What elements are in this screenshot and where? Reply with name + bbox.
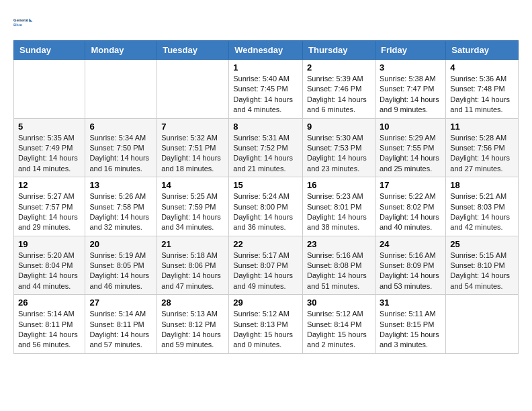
day-info: Sunrise: 5:28 AM Sunset: 7:56 PM Dayligh… bbox=[450, 133, 514, 175]
calendar-cell: 3Sunrise: 5:38 AM Sunset: 7:47 PM Daylig… bbox=[375, 60, 445, 119]
day-number: 23 bbox=[307, 239, 371, 249]
calendar-cell: 9Sunrise: 5:30 AM Sunset: 7:53 PM Daylig… bbox=[303, 118, 375, 177]
day-number: 10 bbox=[380, 122, 441, 132]
day-number: 14 bbox=[161, 180, 224, 190]
day-info: Sunrise: 5:16 AM Sunset: 8:09 PM Dayligh… bbox=[380, 250, 441, 292]
day-info: Sunrise: 5:19 AM Sunset: 8:05 PM Dayligh… bbox=[89, 250, 152, 292]
day-number: 3 bbox=[380, 62, 441, 73]
day-info: Sunrise: 5:21 AM Sunset: 8:03 PM Dayligh… bbox=[450, 191, 514, 233]
day-info: Sunrise: 5:14 AM Sunset: 8:11 PM Dayligh… bbox=[18, 309, 81, 351]
calendar-cell: 14Sunrise: 5:25 AM Sunset: 7:59 PM Dayli… bbox=[157, 177, 229, 236]
day-number: 20 bbox=[89, 239, 152, 249]
day-info: Sunrise: 5:35 AM Sunset: 7:49 PM Dayligh… bbox=[18, 133, 81, 175]
calendar-cell: 13Sunrise: 5:26 AM Sunset: 7:58 PM Dayli… bbox=[85, 177, 157, 236]
day-info: Sunrise: 5:16 AM Sunset: 8:08 PM Dayligh… bbox=[307, 250, 371, 292]
day-info: Sunrise: 5:12 AM Sunset: 8:14 PM Dayligh… bbox=[307, 309, 371, 351]
day-number: 19 bbox=[18, 239, 81, 249]
day-info: Sunrise: 5:11 AM Sunset: 8:15 PM Dayligh… bbox=[380, 309, 441, 351]
calendar-cell: 29Sunrise: 5:12 AM Sunset: 8:13 PM Dayli… bbox=[229, 295, 303, 354]
day-info: Sunrise: 5:23 AM Sunset: 8:01 PM Dayligh… bbox=[307, 191, 371, 233]
day-number: 28 bbox=[161, 298, 224, 308]
calendar-cell: 30Sunrise: 5:12 AM Sunset: 8:14 PM Dayli… bbox=[303, 295, 375, 354]
calendar-header-sunday: Sunday bbox=[14, 41, 85, 60]
calendar-cell: 18Sunrise: 5:21 AM Sunset: 8:03 PM Dayli… bbox=[446, 177, 519, 236]
calendar-cell: 20Sunrise: 5:19 AM Sunset: 8:05 PM Dayli… bbox=[85, 236, 157, 295]
calendar-table: SundayMondayTuesdayWednesdayThursdayFrid… bbox=[13, 40, 519, 354]
day-number: 18 bbox=[450, 180, 514, 190]
calendar-cell: 8Sunrise: 5:31 AM Sunset: 7:52 PM Daylig… bbox=[229, 118, 303, 177]
calendar-header-thursday: Thursday bbox=[303, 41, 375, 60]
calendar-cell: 16Sunrise: 5:23 AM Sunset: 8:01 PM Dayli… bbox=[303, 177, 375, 236]
svg-text:General: General bbox=[13, 18, 29, 22]
calendar-cell: 2Sunrise: 5:39 AM Sunset: 7:46 PM Daylig… bbox=[303, 60, 375, 119]
day-info: Sunrise: 5:30 AM Sunset: 7:53 PM Dayligh… bbox=[307, 133, 371, 175]
day-number: 22 bbox=[233, 239, 298, 249]
day-number: 9 bbox=[307, 122, 371, 132]
calendar-cell: 4Sunrise: 5:36 AM Sunset: 7:48 PM Daylig… bbox=[446, 60, 519, 119]
day-info: Sunrise: 5:29 AM Sunset: 7:55 PM Dayligh… bbox=[380, 133, 441, 175]
calendar-cell: 6Sunrise: 5:34 AM Sunset: 7:50 PM Daylig… bbox=[85, 118, 157, 177]
day-number: 21 bbox=[161, 239, 224, 249]
calendar-cell bbox=[157, 60, 229, 119]
calendar-cell: 7Sunrise: 5:32 AM Sunset: 7:51 PM Daylig… bbox=[157, 118, 229, 177]
day-info: Sunrise: 5:27 AM Sunset: 7:57 PM Dayligh… bbox=[18, 191, 81, 233]
day-info: Sunrise: 5:24 AM Sunset: 8:00 PM Dayligh… bbox=[233, 191, 298, 233]
day-number: 31 bbox=[380, 298, 441, 308]
calendar-cell: 22Sunrise: 5:17 AM Sunset: 8:07 PM Dayli… bbox=[229, 236, 303, 295]
calendar-cell: 26Sunrise: 5:14 AM Sunset: 8:11 PM Dayli… bbox=[14, 295, 85, 354]
day-number: 25 bbox=[450, 239, 514, 249]
calendar-header-saturday: Saturday bbox=[446, 41, 519, 60]
calendar-week-row: 19Sunrise: 5:20 AM Sunset: 8:04 PM Dayli… bbox=[14, 236, 519, 295]
day-number: 1 bbox=[233, 62, 298, 73]
calendar-cell: 25Sunrise: 5:15 AM Sunset: 8:10 PM Dayli… bbox=[446, 236, 519, 295]
calendar-header-friday: Friday bbox=[375, 41, 445, 60]
calendar-cell: 1Sunrise: 5:40 AM Sunset: 7:45 PM Daylig… bbox=[229, 60, 303, 119]
calendar-cell: 27Sunrise: 5:14 AM Sunset: 8:11 PM Dayli… bbox=[85, 295, 157, 354]
calendar-cell: 19Sunrise: 5:20 AM Sunset: 8:04 PM Dayli… bbox=[14, 236, 85, 295]
day-info: Sunrise: 5:12 AM Sunset: 8:13 PM Dayligh… bbox=[233, 309, 298, 351]
day-info: Sunrise: 5:13 AM Sunset: 8:12 PM Dayligh… bbox=[161, 309, 224, 351]
calendar-week-row: 12Sunrise: 5:27 AM Sunset: 7:57 PM Dayli… bbox=[14, 177, 519, 236]
day-number: 6 bbox=[89, 122, 152, 132]
day-info: Sunrise: 5:32 AM Sunset: 7:51 PM Dayligh… bbox=[161, 133, 224, 175]
calendar-cell bbox=[446, 295, 519, 354]
day-info: Sunrise: 5:14 AM Sunset: 8:11 PM Dayligh… bbox=[89, 309, 152, 351]
day-info: Sunrise: 5:34 AM Sunset: 7:50 PM Dayligh… bbox=[89, 133, 152, 175]
day-number: 2 bbox=[307, 62, 371, 73]
calendar-week-row: 26Sunrise: 5:14 AM Sunset: 8:11 PM Dayli… bbox=[14, 295, 519, 354]
day-number: 26 bbox=[18, 298, 81, 308]
day-info: Sunrise: 5:39 AM Sunset: 7:46 PM Dayligh… bbox=[307, 74, 371, 116]
day-info: Sunrise: 5:15 AM Sunset: 8:10 PM Dayligh… bbox=[450, 250, 514, 292]
svg-text:Blue: Blue bbox=[13, 23, 23, 27]
calendar-header-tuesday: Tuesday bbox=[157, 41, 229, 60]
day-number: 5 bbox=[18, 122, 81, 132]
svg-marker-2 bbox=[29, 19, 32, 22]
calendar-cell: 5Sunrise: 5:35 AM Sunset: 7:49 PM Daylig… bbox=[14, 118, 85, 177]
day-number: 8 bbox=[233, 122, 298, 132]
calendar-cell: 15Sunrise: 5:24 AM Sunset: 8:00 PM Dayli… bbox=[229, 177, 303, 236]
calendar-cell: 21Sunrise: 5:18 AM Sunset: 8:06 PM Dayli… bbox=[157, 236, 229, 295]
day-info: Sunrise: 5:31 AM Sunset: 7:52 PM Dayligh… bbox=[233, 133, 298, 175]
day-number: 13 bbox=[89, 180, 152, 190]
day-info: Sunrise: 5:26 AM Sunset: 7:58 PM Dayligh… bbox=[89, 191, 152, 233]
calendar-cell: 17Sunrise: 5:22 AM Sunset: 8:02 PM Dayli… bbox=[375, 177, 445, 236]
day-number: 16 bbox=[307, 180, 371, 190]
calendar-cell: 23Sunrise: 5:16 AM Sunset: 8:08 PM Dayli… bbox=[303, 236, 375, 295]
calendar-header-monday: Monday bbox=[85, 41, 157, 60]
day-info: Sunrise: 5:20 AM Sunset: 8:04 PM Dayligh… bbox=[18, 250, 81, 292]
calendar-cell: 12Sunrise: 5:27 AM Sunset: 7:57 PM Dayli… bbox=[14, 177, 85, 236]
calendar-header-row: SundayMondayTuesdayWednesdayThursdayFrid… bbox=[14, 41, 519, 60]
day-number: 15 bbox=[233, 180, 298, 190]
day-number: 30 bbox=[307, 298, 371, 308]
day-number: 12 bbox=[18, 180, 81, 190]
logo-icon: GeneralBlue bbox=[13, 13, 34, 34]
calendar-cell bbox=[14, 60, 85, 119]
calendar-header-wednesday: Wednesday bbox=[229, 41, 303, 60]
logo: GeneralBlue bbox=[13, 13, 34, 34]
day-info: Sunrise: 5:36 AM Sunset: 7:48 PM Dayligh… bbox=[450, 74, 514, 116]
day-info: Sunrise: 5:17 AM Sunset: 8:07 PM Dayligh… bbox=[233, 250, 298, 292]
day-number: 4 bbox=[450, 62, 514, 73]
calendar-cell bbox=[85, 60, 157, 119]
day-number: 29 bbox=[233, 298, 298, 308]
calendar-cell: 31Sunrise: 5:11 AM Sunset: 8:15 PM Dayli… bbox=[375, 295, 445, 354]
